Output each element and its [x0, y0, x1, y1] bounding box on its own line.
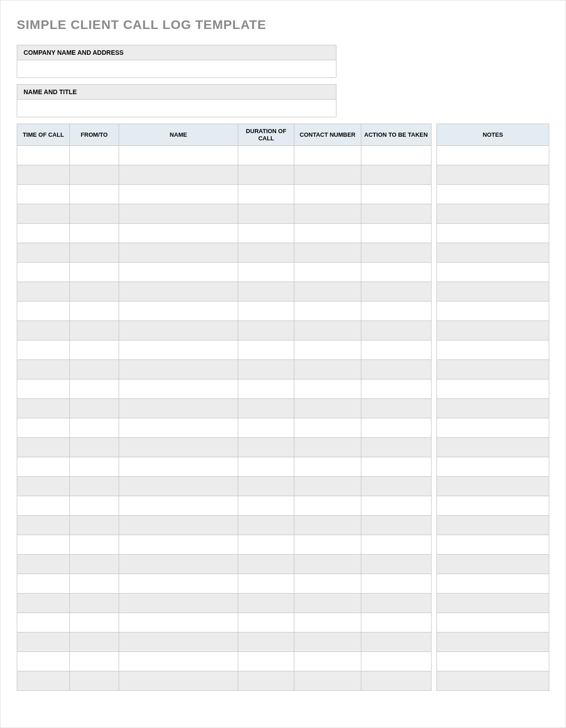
cell-contact[interactable] — [294, 594, 361, 613]
cell-notes[interactable] — [436, 360, 549, 379]
cell-name[interactable] — [119, 671, 238, 691]
cell-duration[interactable] — [238, 477, 294, 496]
cell-notes[interactable] — [436, 165, 549, 185]
cell-contact[interactable] — [294, 652, 361, 671]
cell-action[interactable] — [361, 146, 431, 165]
cell-contact[interactable] — [294, 496, 361, 516]
cell-duration[interactable] — [238, 340, 294, 360]
cell-name[interactable] — [119, 321, 238, 340]
cell-notes[interactable] — [436, 418, 549, 438]
cell-notes[interactable] — [436, 438, 549, 457]
cell-name[interactable] — [119, 282, 238, 302]
cell-duration[interactable] — [238, 204, 294, 224]
cell-action[interactable] — [361, 321, 431, 340]
cell-fromto[interactable] — [70, 418, 119, 438]
cell-contact[interactable] — [294, 282, 361, 302]
cell-fromto[interactable] — [70, 379, 119, 399]
cell-name[interactable] — [119, 302, 238, 321]
cell-duration[interactable] — [238, 146, 294, 165]
cell-fromto[interactable] — [70, 516, 119, 535]
cell-contact[interactable] — [294, 555, 361, 574]
cell-time[interactable] — [17, 555, 70, 574]
cell-fromto[interactable] — [70, 652, 119, 671]
cell-contact[interactable] — [294, 243, 361, 263]
cell-action[interactable] — [361, 477, 431, 496]
cell-notes[interactable] — [436, 496, 549, 516]
cell-fromto[interactable] — [70, 243, 119, 263]
cell-duration[interactable] — [238, 418, 294, 438]
cell-action[interactable] — [361, 457, 431, 477]
cell-time[interactable] — [17, 321, 70, 340]
cell-duration[interactable] — [238, 360, 294, 379]
cell-contact[interactable] — [294, 224, 361, 243]
cell-fromto[interactable] — [70, 613, 119, 632]
cell-time[interactable] — [17, 632, 70, 652]
cell-time[interactable] — [17, 652, 70, 671]
cell-action[interactable] — [361, 224, 431, 243]
cell-name[interactable] — [119, 360, 238, 379]
cell-time[interactable] — [17, 360, 70, 379]
cell-action[interactable] — [361, 204, 431, 224]
cell-name[interactable] — [119, 613, 238, 632]
cell-name[interactable] — [119, 165, 238, 185]
cell-fromto[interactable] — [70, 282, 119, 302]
cell-fromto[interactable] — [70, 594, 119, 613]
cell-duration[interactable] — [238, 302, 294, 321]
cell-fromto[interactable] — [70, 671, 119, 691]
cell-duration[interactable] — [238, 457, 294, 477]
cell-action[interactable] — [361, 574, 431, 594]
cell-action[interactable] — [361, 594, 431, 613]
cell-notes[interactable] — [436, 652, 549, 671]
cell-fromto[interactable] — [70, 321, 119, 340]
cell-contact[interactable] — [294, 535, 361, 555]
cell-name[interactable] — [119, 224, 238, 243]
cell-fromto[interactable] — [70, 302, 119, 321]
cell-time[interactable] — [17, 418, 70, 438]
cell-contact[interactable] — [294, 438, 361, 457]
cell-notes[interactable] — [436, 574, 549, 594]
cell-fromto[interactable] — [70, 477, 119, 496]
cell-notes[interactable] — [436, 185, 549, 204]
cell-contact[interactable] — [294, 516, 361, 535]
cell-duration[interactable] — [238, 438, 294, 457]
cell-name[interactable] — [119, 496, 238, 516]
cell-contact[interactable] — [294, 613, 361, 632]
cell-name[interactable] — [119, 574, 238, 594]
cell-notes[interactable] — [436, 477, 549, 496]
cell-time[interactable] — [17, 613, 70, 632]
cell-notes[interactable] — [436, 516, 549, 535]
cell-fromto[interactable] — [70, 438, 119, 457]
cell-time[interactable] — [17, 185, 70, 204]
cell-notes[interactable] — [436, 243, 549, 263]
cell-duration[interactable] — [238, 263, 294, 282]
cell-time[interactable] — [17, 671, 70, 691]
cell-fromto[interactable] — [70, 224, 119, 243]
cell-fromto[interactable] — [70, 263, 119, 282]
cell-action[interactable] — [361, 185, 431, 204]
cell-name[interactable] — [119, 516, 238, 535]
cell-action[interactable] — [361, 399, 431, 418]
cell-fromto[interactable] — [70, 165, 119, 185]
cell-time[interactable] — [17, 477, 70, 496]
cell-name[interactable] — [119, 146, 238, 165]
cell-action[interactable] — [361, 360, 431, 379]
cell-action[interactable] — [361, 496, 431, 516]
cell-time[interactable] — [17, 594, 70, 613]
cell-contact[interactable] — [294, 671, 361, 691]
cell-fromto[interactable] — [70, 632, 119, 652]
cell-fromto[interactable] — [70, 360, 119, 379]
name-title-value[interactable] — [17, 100, 336, 117]
cell-fromto[interactable] — [70, 496, 119, 516]
cell-contact[interactable] — [294, 379, 361, 399]
cell-notes[interactable] — [436, 204, 549, 224]
cell-time[interactable] — [17, 204, 70, 224]
cell-duration[interactable] — [238, 496, 294, 516]
cell-duration[interactable] — [238, 535, 294, 555]
cell-name[interactable] — [119, 477, 238, 496]
cell-duration[interactable] — [238, 321, 294, 340]
cell-notes[interactable] — [436, 302, 549, 321]
cell-duration[interactable] — [238, 574, 294, 594]
cell-duration[interactable] — [238, 399, 294, 418]
cell-notes[interactable] — [436, 671, 549, 691]
cell-contact[interactable] — [294, 477, 361, 496]
